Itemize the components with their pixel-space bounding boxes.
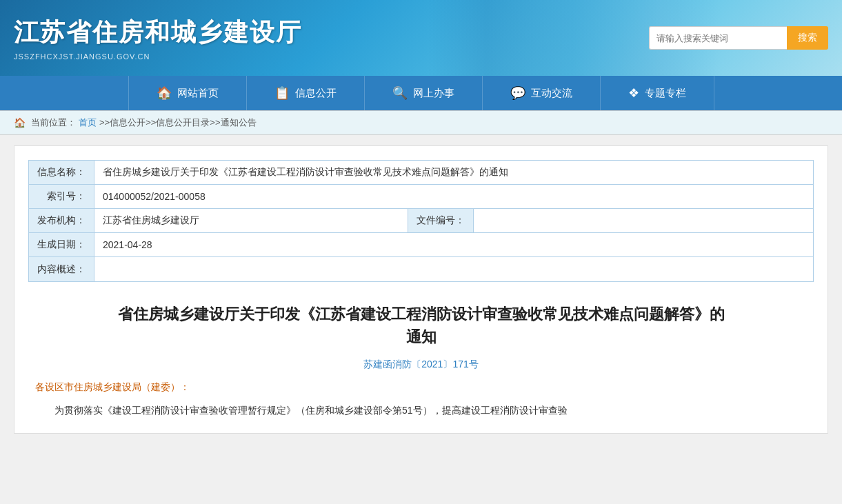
value-file-num [474, 209, 814, 233]
search-area: 搜索 [649, 26, 828, 50]
special-icon: ❖ [628, 85, 639, 101]
info-icon: 📋 [274, 85, 290, 101]
table-row-index: 索引号： 014000052/2021-00058 [29, 185, 814, 209]
value-summary [94, 257, 814, 282]
article-title-line2: 通知 [56, 325, 786, 348]
breadcrumb-home-link[interactable]: 首页 [79, 117, 97, 129]
breadcrumb-path: >>信息公开>>信息公开目录>>通知公告 [99, 117, 257, 129]
header: 江苏省住房和城乡建设厅 JSSZFHCXJST.JIANGSU.GOV.CN 搜… [0, 0, 842, 76]
value-org: 江苏省住房城乡建设厅 [94, 209, 408, 233]
value-index: 014000052/2021-00058 [94, 185, 814, 209]
main-content: 信息名称： 省住房城乡建设厅关于印发《江苏省建设工程消防设计审查验收常见技术难点… [14, 145, 828, 434]
breadcrumb-home-icon: 🏠 [14, 117, 26, 128]
table-row-org: 发布机构： 江苏省住房城乡建设厅 文件编号： [29, 209, 814, 233]
nav-item-interact[interactable]: 💬 互动交流 [483, 76, 601, 110]
nav-item-online[interactable]: 🔍 网上办事 [365, 76, 483, 110]
breadcrumb: 🏠 当前位置： 首页 >>信息公开>>信息公开目录>>通知公告 [0, 110, 842, 135]
article-doc-num: 苏建函消防〔2021〕171号 [28, 359, 814, 371]
label-org: 发布机构： [29, 209, 94, 233]
search-button[interactable]: 搜索 [787, 26, 828, 50]
label-file-num: 文件编号： [408, 209, 474, 233]
search-input[interactable] [649, 26, 787, 50]
article-recipients: 各设区市住房城乡建设局（建委）： [28, 381, 814, 394]
label-summary: 内容概述： [29, 257, 94, 282]
main-nav: 🏠 网站首页 📋 信息公开 🔍 网上办事 💬 互动交流 ❖ 专题专栏 [0, 76, 842, 110]
table-row-title: 信息名称： 省住房城乡建设厅关于印发《江苏省建设工程消防设计审查验收常见技术难点… [29, 161, 814, 185]
article-title-line1: 省住房城乡建设厅关于印发《江苏省建设工程消防设计审查验收常见技术难点问题解答》的 [56, 303, 786, 325]
table-row-summary: 内容概述： [29, 257, 814, 282]
value-info-name: 省住房城乡建设厅关于印发《江苏省建设工程消防设计审查验收常见技术难点问题解答》的… [94, 161, 814, 185]
interact-icon: 💬 [510, 85, 525, 101]
nav-item-special[interactable]: ❖ 专题专栏 [601, 76, 714, 110]
nav-item-home[interactable]: 🏠 网站首页 [128, 76, 247, 110]
nav-label-home: 网站首页 [177, 87, 219, 100]
site-url: JSSZFHCXJST.JIANGSU.GOV.CN [14, 52, 302, 61]
online-icon: 🔍 [392, 85, 408, 101]
label-date: 生成日期： [29, 233, 94, 257]
nav-label-interact: 互动交流 [531, 87, 572, 100]
nav-item-info[interactable]: 📋 信息公开 [247, 76, 365, 110]
nav-label-info: 信息公开 [295, 87, 337, 100]
info-table: 信息名称： 省住房城乡建设厅关于印发《江苏省建设工程消防设计审查验收常见技术难点… [28, 160, 814, 282]
nav-label-special: 专题专栏 [645, 87, 686, 100]
site-title: 江苏省住房和城乡建设厅 [14, 16, 302, 50]
home-icon: 🏠 [157, 85, 172, 101]
breadcrumb-current-label: 当前位置： [31, 117, 76, 129]
label-info-name: 信息名称： [29, 161, 94, 185]
article-body: 为贯彻落实《建设工程消防设计审查验收管理暂行规定》（住房和城乡建设部令第51号）… [28, 402, 814, 419]
value-date: 2021-04-28 [94, 233, 814, 257]
nav-label-online: 网上办事 [413, 87, 454, 100]
header-left: 江苏省住房和城乡建设厅 JSSZFHCXJST.JIANGSU.GOV.CN [14, 16, 302, 61]
article-title: 省住房城乡建设厅关于印发《江苏省建设工程消防设计审查验收常见技术难点问题解答》的… [56, 303, 786, 348]
table-row-date: 生成日期： 2021-04-28 [29, 233, 814, 257]
label-index: 索引号： [29, 185, 94, 209]
